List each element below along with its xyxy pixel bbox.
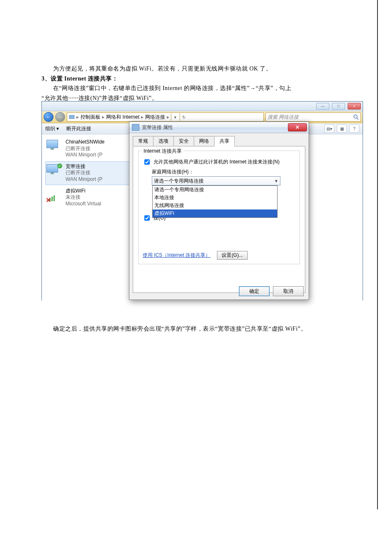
ics-help-link[interactable]: 使用 ICS（Internet 连接共享） xyxy=(143,252,210,259)
tab-general[interactable]: 常规 xyxy=(133,136,153,146)
tab-network[interactable]: 网络 xyxy=(194,136,214,146)
connection-status: 已断开连接 xyxy=(66,146,105,152)
minimize-button[interactable]: — xyxy=(316,103,329,110)
connection-properties-dialog: 宽带连接 属性 ✕ 常规 选项 安全 网络 共享 Internet 连接共享 允… xyxy=(129,122,309,300)
sharing-tab-body: Internet 连接共享 允许其他网络用户通过此计算机的 Internet 连… xyxy=(133,146,305,293)
breadcrumb-item[interactable]: 网络连接 xyxy=(145,114,165,121)
svg-rect-0 xyxy=(69,115,74,119)
nav-back-button[interactable]: ← xyxy=(44,112,54,122)
dropdown-option-highlighted[interactable]: 虚拟WiFi xyxy=(153,209,277,217)
view-mode-icon[interactable]: ▤ ▾ xyxy=(324,124,334,133)
maximize-button[interactable]: □ xyxy=(332,103,345,110)
svg-point-1 xyxy=(354,115,357,118)
tab-security[interactable]: 安全 xyxy=(173,136,194,146)
search-icon xyxy=(353,114,359,120)
doc-step-heading: 3、设置 Internet 连接共享： xyxy=(41,74,369,83)
page-right-border xyxy=(377,0,378,509)
allow-sharing-label: 允许其他网络用户通过此计算机的 Internet 连接来连接(N) xyxy=(153,158,280,166)
dropdown-list: 请选一个专用网络连接 本地连接 无线网络连接 虚拟WiFi xyxy=(152,185,278,218)
breadcrumb-dropdown-icon[interactable]: ▾ xyxy=(171,113,179,121)
breadcrumb-sep-icon: ▸ xyxy=(140,114,144,120)
home-network-dropdown[interactable]: 请选一个专用网络连接 ▼ 请选一个专用网络连接 本地连接 无线网络连接 虚拟Wi… xyxy=(152,176,280,185)
tab-sharing[interactable]: 共享 xyxy=(214,136,235,146)
allow-control-checkbox[interactable] xyxy=(144,215,150,221)
dropdown-option[interactable]: 无线网络连接 xyxy=(153,202,277,209)
breadcrumb-network-icon xyxy=(69,114,75,120)
explorer-titlebar: — □ × xyxy=(42,102,363,111)
doc-text-after: 确定之后，提供共享的网卡图标旁会出现“共享的”字样，表示“宽带连接”已共享至“虚… xyxy=(41,324,369,334)
home-network-label: 家庭网络连接(H)： xyxy=(152,168,295,175)
search-input[interactable]: 搜索 网络连接 xyxy=(265,112,361,122)
doc-para-after: 确定之后，提供共享的网卡图标旁会出现“共享的”字样，表示“宽带连接”已共享至“虚… xyxy=(41,324,369,334)
ics-groupbox: Internet 连接共享 允许其他网络用户通过此计算机的 Internet 连… xyxy=(138,151,300,264)
svg-line-2 xyxy=(357,118,358,119)
breadcrumb-sep-icon: ▸ xyxy=(101,114,105,120)
breadcrumb-sep-icon: ▸ xyxy=(166,114,170,120)
connection-adapter: WAN Miniport (P xyxy=(66,176,102,183)
allow-sharing-checkbox-row[interactable]: 允许其他网络用户通过此计算机的 Internet 连接来连接(N) xyxy=(143,158,295,166)
connection-name: ChinaNetSNWide xyxy=(66,139,105,146)
breadcrumb-item[interactable]: 网络和 Internet xyxy=(106,114,139,121)
connection-adapter: Microsoft Virtual xyxy=(66,201,101,207)
close-button[interactable]: × xyxy=(348,103,361,110)
connection-adapter: WAN Miniport (P xyxy=(66,152,105,158)
explorer-window: — □ × ← → ▸ 控制面板 ▸ 网络和 Internet ▸ 网络连接 ▸… xyxy=(41,101,363,300)
settings-button[interactable]: 设置(G)... xyxy=(217,251,247,260)
connection-item-selected[interactable]: ✓ 宽带连接 已断开连接 WAN Miniport (P xyxy=(45,161,131,185)
ics-group-legend: Internet 连接共享 xyxy=(142,148,183,155)
doc-text-block: 为方便起见，将其重命名为虚拟 WiFi。若没有，只需更新无线网卡驱动就 OK 了… xyxy=(41,64,369,104)
connection-status: 未连接 xyxy=(66,194,101,201)
doc-para-1: 为方便起见，将其重命名为虚拟 WiFi。若没有，只需更新无线网卡驱动就 OK 了… xyxy=(41,64,369,73)
dialog-button-row: 确定 取消 xyxy=(239,286,304,296)
connection-status: 已断开连接 xyxy=(66,170,102,176)
connection-disconnected-icon xyxy=(46,139,62,152)
connection-item[interactable]: ✕ 虚拟WiFi 未连接 Microsoft Virtual xyxy=(45,186,131,209)
chevron-down-icon: ▼ xyxy=(274,179,278,183)
doc-para-2a: 在“网络连接”窗口中，右键单击已连接到 Internet 的网络连接，选择“属性… xyxy=(41,84,369,93)
breadcrumb-item[interactable]: 控制面板 xyxy=(80,114,100,121)
connection-name: 虚拟WiFi xyxy=(66,188,101,195)
toolbar-disconnect-button[interactable]: 断开此连接 xyxy=(66,125,91,132)
dialog-titlebar: 宽带连接 属性 ✕ xyxy=(129,122,309,133)
cancel-button[interactable]: 取消 xyxy=(273,286,304,296)
dialog-title-icon xyxy=(132,124,139,131)
dialog-title-text: 宽带连接 属性 xyxy=(142,124,173,131)
preview-pane-icon[interactable]: ▦ xyxy=(337,124,347,133)
allow-sharing-checkbox[interactable] xyxy=(144,159,150,165)
dialog-tabs: 常规 选项 安全 网络 共享 xyxy=(129,133,309,146)
search-placeholder: 搜索 网络连接 xyxy=(268,114,299,121)
breadcrumb[interactable]: ▸ 控制面板 ▸ 网络和 Internet ▸ 网络连接 ▸ ▾ ↻ xyxy=(67,112,264,122)
help-icon[interactable]: ? xyxy=(349,124,359,133)
dialog-close-button[interactable]: ✕ xyxy=(288,123,307,131)
connection-active-icon: ✓ xyxy=(46,163,62,177)
nav-forward-button[interactable]: → xyxy=(55,112,65,122)
connection-wifi-disabled-icon: ✕ xyxy=(46,188,62,201)
refresh-button[interactable]: ↻ xyxy=(180,113,187,121)
tab-options[interactable]: 选项 xyxy=(153,136,174,146)
breadcrumb-sep-icon: ▸ xyxy=(75,114,80,120)
connection-name: 宽带连接 xyxy=(66,163,102,170)
dropdown-option[interactable]: 本地连接 xyxy=(153,194,277,202)
dropdown-selected-text: 请选一个专用网络连接 xyxy=(154,178,204,185)
ok-button[interactable]: 确定 xyxy=(239,286,270,296)
connection-item[interactable]: ChinaNetSNWide 已断开连接 WAN Miniport (P xyxy=(45,137,131,161)
toolbar-organize-button[interactable]: 组织 ▾ xyxy=(45,125,59,132)
dropdown-option[interactable]: 请选一个专用网络连接 xyxy=(153,186,277,194)
